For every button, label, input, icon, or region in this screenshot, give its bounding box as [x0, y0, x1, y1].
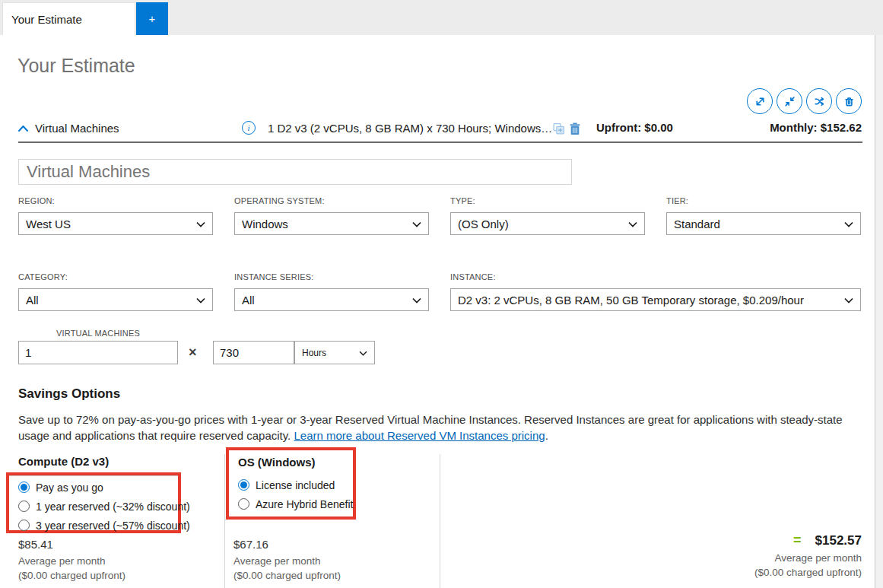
tab-your-estimate-label: Your Estimate: [11, 13, 82, 26]
operating-system-select[interactable]: Windows: [234, 212, 429, 235]
shuffle-icon: [813, 95, 826, 108]
os-price: $67.16: [233, 538, 341, 551]
chevron-down-icon: [359, 351, 367, 356]
info-icon[interactable]: i: [242, 121, 256, 135]
chevron-down-icon: [844, 221, 853, 227]
region-label: REGION:: [18, 196, 55, 205]
radio-selected-icon: [238, 479, 249, 491]
category-label: CATEGORY:: [18, 272, 68, 281]
os-price-sub1: Average per month: [233, 554, 341, 568]
total-sub2: ($0.00 charged upfront): [754, 565, 862, 580]
shuffle-button[interactable]: [806, 88, 832, 114]
section-divider: [18, 141, 862, 143]
column-divider: [440, 454, 440, 588]
savings-options-heading: Savings Options: [18, 386, 120, 402]
radio-label: License included: [256, 479, 335, 491]
tier-label: TIER:: [666, 196, 688, 205]
total-price: $152.57: [815, 533, 862, 548]
radio-unselected-icon: [18, 501, 30, 512]
compute-column-heading: Compute (D2 v3): [18, 455, 109, 468]
hours-input[interactable]: [213, 341, 294, 364]
operating-system-value: Windows: [242, 218, 288, 230]
expand-icon: [754, 95, 767, 108]
total-sub1: Average per month: [754, 551, 862, 565]
instance-series-select[interactable]: All: [234, 288, 429, 311]
chevron-down-icon: [412, 221, 421, 227]
region-value: West US: [26, 218, 71, 230]
os-price-sub2: ($0.00 charged upfront): [233, 568, 341, 583]
collapse-icon: [783, 95, 796, 108]
compute-price-sub1: Average per month: [18, 554, 125, 568]
radio-3-year-reserved[interactable]: 3 year reserved (~57% discount): [18, 516, 178, 535]
region-select[interactable]: West US: [18, 212, 213, 235]
chevron-up-icon[interactable]: [17, 124, 29, 133]
instance-select[interactable]: D2 v3: 2 vCPUs, 8 GB RAM, 50 GB Temporar…: [450, 288, 861, 311]
savings-description: Save up to 72% on pay-as-you-go prices w…: [18, 412, 862, 443]
radio-license-included[interactable]: License included: [238, 475, 353, 494]
service-name-input[interactable]: [18, 159, 572, 185]
chevron-down-icon: [412, 297, 421, 304]
column-divider: [224, 454, 225, 588]
annotation-box-os: OS (Windows) License included Azure Hybr…: [226, 447, 356, 520]
tier-select[interactable]: Standard: [666, 212, 861, 235]
type-label: TYPE:: [450, 196, 475, 205]
category-value: All: [26, 294, 39, 307]
type-value: (OS Only): [458, 218, 509, 230]
service-row-summary: 1 D2 v3 (2 vCPUs, 8 GB RAM) x 730 Hours;…: [268, 122, 552, 135]
radio-unselected-icon: [18, 520, 30, 531]
plus-icon: +: [149, 12, 156, 25]
annotation-box-compute: Pay as you go 1 year reserved (~32% disc…: [6, 472, 181, 533]
multiply-sign: ×: [189, 345, 197, 361]
chevron-down-icon: [628, 221, 637, 227]
instance-label: INSTANCE:: [450, 272, 496, 281]
chevron-down-icon: [844, 297, 853, 304]
type-select[interactable]: (OS Only): [450, 212, 645, 235]
delete-service-icon[interactable]: [569, 122, 581, 135]
radio-unselected-icon: [238, 498, 249, 510]
estimate-toolbar: [747, 88, 862, 114]
radio-pay-as-you-go[interactable]: Pay as you go: [18, 478, 178, 497]
page-title: Your Estimate: [17, 55, 135, 77]
upfront-total: Upfront: $0.00: [596, 121, 673, 134]
compute-price-block: $85.41 Average per month ($0.00 charged …: [18, 538, 125, 583]
add-estimate-tab-button[interactable]: +: [136, 2, 168, 35]
scrollbar[interactable]: [875, 35, 883, 588]
radio-azure-hybrid-benefit[interactable]: Azure Hybrid Benefit: [238, 494, 353, 513]
equals-sign: =: [793, 532, 802, 548]
vm-count-label: VIRTUAL MACHINES: [18, 329, 178, 338]
os-radio-group: License included Azure Hybrid Benefit: [238, 475, 353, 513]
trash-icon: [843, 95, 856, 108]
chevron-down-icon: [196, 297, 205, 304]
tab-strip: Your Estimate +: [0, 0, 883, 35]
os-price-block: $67.16 Average per month ($0.00 charged …: [233, 538, 341, 583]
chevron-down-icon: [196, 221, 205, 227]
radio-1-year-reserved[interactable]: 1 year reserved (~32% discount): [18, 497, 178, 516]
compute-price-sub2: ($0.00 charged upfront): [18, 568, 125, 583]
vm-count-input[interactable]: [18, 341, 178, 364]
compute-radio-group: Pay as you go 1 year reserved (~32% disc…: [9, 475, 178, 535]
operating-system-label: OPERATING SYSTEM:: [234, 196, 325, 205]
category-select[interactable]: All: [18, 288, 213, 311]
radio-label: Azure Hybrid Benefit: [256, 498, 353, 510]
savings-description-period: .: [545, 429, 548, 442]
reserved-pricing-link[interactable]: Learn more about Reserved VM Instances p…: [294, 429, 545, 442]
duplicate-icon[interactable]: [552, 122, 565, 135]
total-price-block: = $152.57 Average per month ($0.00 charg…: [754, 532, 862, 580]
instance-value: D2 v3: 2 vCPUs, 8 GB RAM, 50 GB Temporar…: [458, 294, 804, 307]
service-row-title[interactable]: Virtual Machines: [35, 122, 119, 135]
monthly-total: Monthly: $152.62: [770, 121, 862, 134]
tier-value: Standard: [674, 218, 720, 230]
hours-unit-value: Hours: [302, 348, 326, 358]
tab-your-estimate[interactable]: Your Estimate: [2, 2, 135, 35]
hours-unit-select[interactable]: Hours: [294, 341, 375, 364]
instance-series-value: All: [242, 294, 255, 307]
radio-label: Pay as you go: [36, 482, 103, 494]
radio-label: 1 year reserved (~32% discount): [36, 501, 190, 513]
delete-estimate-button[interactable]: [836, 88, 862, 114]
collapse-all-button[interactable]: [777, 88, 802, 114]
os-column-heading: OS (Windows): [238, 456, 353, 469]
radio-label: 3 year reserved (~57% discount): [36, 520, 190, 532]
compute-price: $85.41: [18, 538, 125, 551]
radio-selected-icon: [18, 482, 30, 493]
expand-all-button[interactable]: [747, 88, 773, 114]
